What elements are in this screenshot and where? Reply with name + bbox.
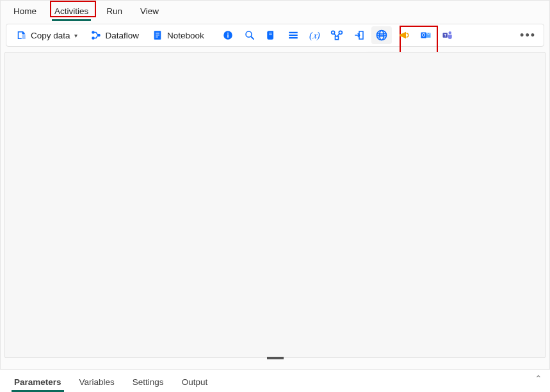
notebook-button[interactable]: Notebook [147,27,209,44]
web-button[interactable]: Web [371,26,392,44]
info-icon [222,29,234,41]
import-button[interactable] [350,27,369,44]
toolbar-container: Copy data ▾ Dataflow Notebook [1,21,549,49]
svg-rect-15 [289,35,298,36]
tab-parameters[interactable]: Parameters [5,373,70,392]
globe-icon [375,29,388,42]
announce-button[interactable] [394,27,414,44]
chevron-down-icon: ▾ [74,32,77,39]
search-icon [244,29,255,41]
tab-variables[interactable]: Variables [70,373,124,392]
svg-rect-16 [289,37,298,38]
copy-data-icon [15,29,27,41]
collapse-panel-button[interactable]: ⌃ [535,373,542,384]
svg-text:O: O [422,33,425,37]
list-button[interactable] [284,27,303,44]
import-icon [353,29,365,41]
svg-rect-5 [156,35,159,35]
outlook-button[interactable]: O [416,27,435,44]
menu-run[interactable]: Run [97,3,131,20]
tab-settings[interactable]: Settings [124,373,173,392]
search-button[interactable] [240,27,259,44]
pipeline-button[interactable] [327,27,347,44]
menu-activities[interactable]: Activities [45,3,97,20]
notebook-icon [152,29,163,41]
list-icon [287,29,299,41]
info-button[interactable] [218,27,238,44]
outlook-icon: O [420,29,432,41]
script-icon [266,29,277,41]
copy-data-label: Copy data [31,31,70,40]
svg-rect-6 [156,37,158,37]
design-canvas[interactable]: ＋ − [4,52,546,358]
tab-output[interactable]: Output [173,373,217,392]
copy-data-button[interactable]: Copy data ▾ [10,27,83,44]
canvas-bottom-handle[interactable] [267,357,284,359]
dataflow-icon [90,29,102,41]
menu-view[interactable]: View [131,3,168,20]
svg-rect-13 [269,35,272,35]
menu-bar: Home Activities Run View [1,1,549,21]
pipeline-icon [330,29,343,41]
megaphone-icon [398,29,410,41]
dataflow-button[interactable]: Dataflow [85,27,145,44]
properties-tabs: Parameters Variables Settings Output [5,373,545,392]
properties-panel: Parameters Variables Settings Output ⌃ [0,369,550,392]
more-button[interactable]: ••• [516,29,540,42]
svg-rect-14 [289,32,298,33]
svg-point-29 [448,31,451,35]
dataflow-label: Dataflow [106,31,140,40]
variable-icon: (𝑥) [309,30,320,41]
svg-point-9 [227,33,229,34]
teams-button[interactable]: T [438,27,457,44]
svg-text:T: T [444,33,446,37]
activities-toolbar: Copy data ▾ Dataflow Notebook [6,24,544,47]
menu-home[interactable]: Home [4,3,45,20]
variable-button[interactable]: (𝑥) [305,28,324,44]
svg-line-11 [251,37,254,39]
script-button[interactable] [262,27,281,44]
svg-rect-19 [335,37,338,40]
svg-rect-4 [156,33,159,33]
teams-icon: T [442,29,453,41]
svg-rect-8 [227,35,229,38]
svg-rect-12 [269,33,272,33]
notebook-label: Notebook [167,31,204,40]
